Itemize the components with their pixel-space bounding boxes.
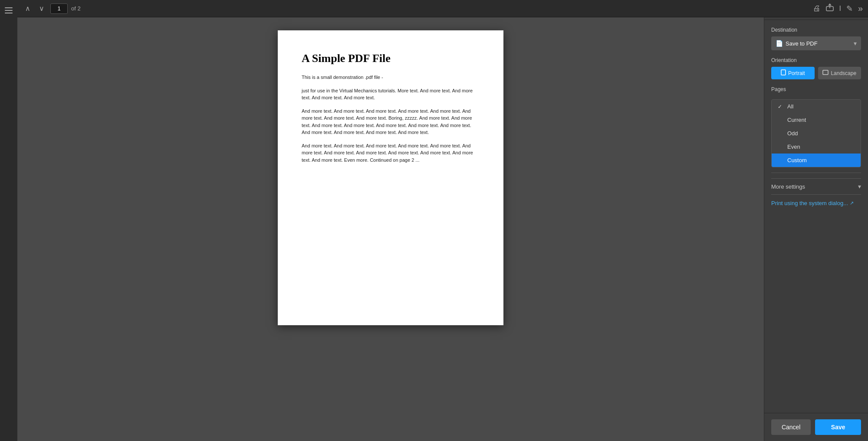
pages-option-odd[interactable]: Odd — [772, 127, 861, 140]
custom-label: Custom — [787, 157, 807, 163]
landscape-page-icon — [822, 70, 829, 76]
top-bar: ∧ ∨ 1 of 2 🖨 I ✎ » — [17, 0, 868, 17]
pdf-para-2: just for use in the Virtual Mechanics tu… — [302, 87, 480, 101]
cancel-button[interactable]: Cancel — [771, 419, 811, 435]
svg-rect-6 — [823, 70, 828, 75]
pdf-page: A Simple PDF File This is a small demons… — [278, 30, 503, 325]
orientation-label: Orientation — [771, 57, 861, 63]
page-number-input[interactable]: 1 — [50, 3, 68, 14]
odd-label: Odd — [787, 130, 798, 137]
pages-option-all[interactable]: ✓ All — [772, 100, 861, 113]
svg-rect-0 — [5, 7, 13, 8]
destination-dropdown[interactable]: 📄 Save to PDF ▾ — [771, 36, 861, 50]
more-icon[interactable]: » — [858, 3, 863, 13]
all-checkmark: ✓ — [778, 104, 784, 110]
portrait-page-icon — [781, 69, 786, 77]
system-dialog-link[interactable]: Print using the system dialog... ↗ — [771, 200, 861, 206]
text-cursor-icon[interactable]: I — [839, 5, 841, 13]
pdf-para-4: And more text. And more text. And more t… — [302, 142, 480, 164]
destination-inner: 📄 Save to PDF — [776, 40, 818, 47]
destination-label: Destination — [771, 27, 861, 33]
portrait-label: Portrait — [788, 70, 805, 76]
more-settings-row[interactable]: More settings ▾ — [771, 178, 861, 195]
current-label: Current — [787, 117, 806, 123]
more-settings-chevron-icon: ▾ — [858, 183, 861, 190]
panel-body: Destination 📄 Save to PDF ▾ Orientation … — [764, 20, 868, 413]
system-dialog-label: Print using the system dialog... — [771, 200, 848, 206]
all-label: All — [787, 103, 793, 110]
pdf-body: This is a small demonstration .pdf file … — [302, 74, 480, 163]
pdf-preview-area: A Simple PDF File This is a small demons… — [17, 17, 764, 441]
sidebar-toggle-icon[interactable] — [3, 4, 15, 16]
more-settings-label: More settings — [771, 183, 805, 190]
pdf-para-3: And more text. And more text. And more t… — [302, 108, 480, 136]
save-button[interactable]: Save — [815, 419, 861, 435]
even-label: Even — [787, 144, 800, 150]
pdf-para-1: This is a small demonstration .pdf file … — [302, 74, 480, 81]
svg-rect-1 — [5, 10, 13, 11]
share-icon[interactable] — [826, 3, 834, 13]
divider-1 — [771, 173, 861, 173]
top-right-icons: 🖨 I ✎ » — [813, 3, 863, 13]
left-toolbar — [0, 0, 17, 441]
pdf-file-icon: 📄 — [776, 40, 783, 47]
destination-value: Save to PDF — [786, 40, 818, 47]
destination-chevron-icon: ▾ — [854, 40, 857, 47]
landscape-button[interactable]: Landscape — [818, 67, 861, 79]
pdf-title: A Simple PDF File — [302, 52, 480, 65]
page-total-label: of 2 — [71, 5, 81, 12]
next-page-button[interactable]: ∨ — [36, 3, 47, 14]
pages-dropdown: ✓ All Current Odd Even Custom — [771, 99, 861, 167]
panel-footer: Cancel Save — [764, 413, 868, 441]
pages-option-even[interactable]: Even — [772, 140, 861, 154]
pages-option-current[interactable]: Current — [772, 113, 861, 127]
pages-option-custom[interactable]: Custom — [772, 154, 861, 167]
svg-rect-5 — [781, 70, 786, 75]
portrait-button[interactable]: Portrait — [771, 67, 815, 79]
landscape-label: Landscape — [831, 70, 856, 76]
pages-label: Pages — [771, 86, 861, 92]
prev-page-button[interactable]: ∧ — [23, 3, 33, 14]
print-icon[interactable]: 🖨 — [813, 4, 821, 13]
svg-rect-2 — [5, 13, 13, 13]
external-link-icon: ↗ — [850, 200, 854, 206]
edit-icon[interactable]: ✎ — [846, 4, 853, 13]
orientation-row: Portrait Landscape — [771, 67, 861, 79]
print-panel: Print 2 sheets of paper Destination 📄 Sa… — [764, 0, 868, 441]
